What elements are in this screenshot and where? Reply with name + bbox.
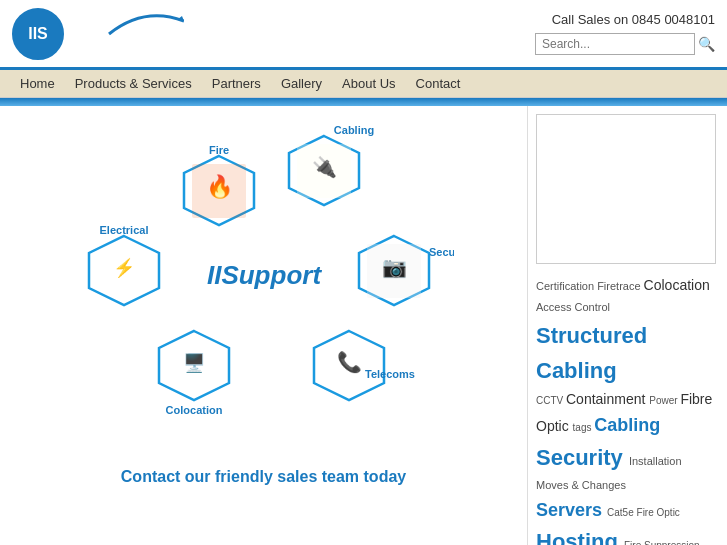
tag-fire-optic[interactable]: Fire Optic [637, 507, 680, 518]
logo-swoosh [64, 6, 184, 61]
sidebar: Certification Firetrace Colocation Acces… [527, 106, 727, 545]
tag-colocation[interactable]: Colocation [644, 277, 710, 293]
nav-products[interactable]: Products & Services [65, 76, 202, 91]
svg-text:Fire: Fire [208, 144, 228, 156]
nav-gallery[interactable]: Gallery [271, 76, 332, 91]
svg-text:🔌: 🔌 [311, 155, 336, 179]
tag-security[interactable]: Security [536, 445, 629, 470]
tag-installation[interactable]: Installation [629, 455, 682, 467]
tag-structured-cabling[interactable]: Structured Cabling [536, 323, 647, 383]
svg-text:⚡: ⚡ [113, 257, 136, 279]
header: IIS Call Sales on 0845 0048101 🔍 [0, 0, 727, 70]
svg-text:Telecoms: Telecoms [365, 368, 415, 380]
svg-text:🔥: 🔥 [205, 173, 233, 200]
tag-control[interactable]: Control [575, 301, 610, 313]
tag-containment[interactable]: Containment [566, 391, 649, 407]
hex-diagram: 🔥 Fire 🔌 Cabling 📷 Security [74, 116, 454, 476]
tag-cloud: Certification Firetrace Colocation Acces… [536, 274, 719, 545]
tag-tags[interactable]: tags [573, 422, 595, 433]
header-right: Call Sales on 0845 0048101 🔍 [535, 12, 715, 55]
svg-text:Colocation: Colocation [165, 404, 222, 416]
tag-access[interactable]: Access [536, 301, 575, 313]
tag-power[interactable]: Power [649, 395, 680, 406]
logo: IIS [12, 8, 64, 60]
nav-partners[interactable]: Partners [202, 76, 271, 91]
tag-certification[interactable]: Certification [536, 280, 597, 292]
svg-text:Security: Security [429, 246, 454, 258]
tag-hosting[interactable]: Hosting [536, 529, 624, 545]
svg-text:Cabling: Cabling [333, 124, 373, 136]
tag-servers[interactable]: Servers [536, 500, 607, 520]
contact-text: Contact our friendly sales team today [74, 468, 454, 486]
logo-text: IIS [28, 25, 48, 43]
svg-text:Electrical: Electrical [99, 224, 148, 236]
tag-moves-changes[interactable]: Moves & Changes [536, 479, 626, 491]
navigation: Home Products & Services Partners Galler… [0, 70, 727, 98]
svg-text:📞: 📞 [336, 350, 361, 374]
ad-box [536, 114, 716, 264]
tag-cabling[interactable]: Cabling [594, 415, 660, 435]
tag-firetrace[interactable]: Firetrace [597, 280, 643, 292]
search-input[interactable] [535, 33, 695, 55]
logo-area: IIS [12, 6, 184, 61]
svg-text:IISupport: IISupport [206, 260, 321, 290]
main-content: 🔥 Fire 🔌 Cabling 📷 Security [0, 106, 727, 545]
nav-about[interactable]: About Us [332, 76, 405, 91]
nav-contact[interactable]: Contact [406, 76, 471, 91]
hex-diagram-svg: 🔥 Fire 🔌 Cabling 📷 Security [74, 116, 454, 461]
search-area: 🔍 [535, 33, 715, 55]
tag-cat5e[interactable]: Cat5e [607, 507, 636, 518]
call-sales: Call Sales on 0845 0048101 [552, 12, 715, 27]
svg-text:🖥️: 🖥️ [183, 352, 206, 374]
content-left: 🔥 Fire 🔌 Cabling 📷 Security [0, 106, 527, 545]
search-button[interactable]: 🔍 [698, 36, 715, 52]
svg-text:📷: 📷 [381, 255, 406, 279]
nav-home[interactable]: Home [10, 76, 65, 91]
tag-cctv[interactable]: CCTV [536, 395, 566, 406]
tag-fire-suppression[interactable]: Fire Suppression [624, 540, 700, 545]
accent-bar [0, 98, 727, 106]
